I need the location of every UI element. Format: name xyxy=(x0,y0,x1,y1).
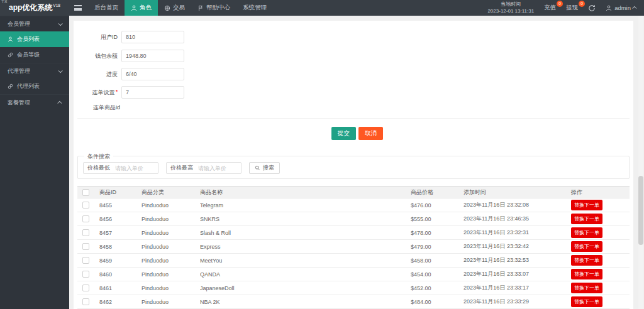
chevron-up-icon xyxy=(632,6,636,11)
row-checkbox[interactable] xyxy=(82,257,89,264)
user-icon xyxy=(606,5,612,11)
row-checkbox[interactable] xyxy=(82,243,89,250)
price-min-input[interactable] xyxy=(115,165,154,171)
price-max-group: 价格最高 xyxy=(166,162,242,174)
search-button[interactable]: 搜索 xyxy=(249,162,280,174)
table-cell-added: 2023年11月16日 23:32:53 xyxy=(464,254,571,268)
table-row: 8462PinduoduoNBA 2K$484.002023年11月16日 23… xyxy=(77,295,630,309)
nav-label: 角色 xyxy=(140,4,152,12)
submit-button[interactable]: 提交 xyxy=(331,127,356,140)
table-cell-price: $555.00 xyxy=(411,212,464,226)
sidebar-group-label: 会员管理 xyxy=(8,20,30,28)
table-cell-price: $458.00 xyxy=(411,254,464,268)
app-logo: app优化系统V18 xyxy=(0,3,69,13)
person-icon xyxy=(8,36,13,42)
hamburger-icon[interactable] xyxy=(74,5,82,11)
replace-next-order-button[interactable]: 替换下一单 xyxy=(571,227,602,238)
row-checkbox[interactable] xyxy=(82,298,89,305)
table-cell-name: JapaneseDoll xyxy=(200,281,411,295)
row-checkbox[interactable] xyxy=(82,271,89,278)
table-cell-added: 2023年11月16日 23:33:29 xyxy=(464,295,571,309)
table-cell-price: $484.00 xyxy=(411,295,464,309)
required-asterisk: * xyxy=(115,89,118,95)
sidebar-group-member[interactable]: 会员管理 xyxy=(0,16,69,31)
link-icon xyxy=(8,52,13,58)
table-body: 8455PinduoduoTelegram$476.002023年11月16日 … xyxy=(77,198,630,309)
admin-username: admin xyxy=(614,4,631,11)
combo-product-id-label: 连单商品id xyxy=(93,104,120,112)
table-cell-name: Express xyxy=(200,240,411,254)
combo-setting-field[interactable] xyxy=(121,86,184,99)
table-cell-category: Pinduoduo xyxy=(142,254,200,268)
table-cell-id: 8460 xyxy=(99,268,142,281)
nav-item-home[interactable]: 后台首页 xyxy=(88,0,125,16)
replace-next-order-button[interactable]: 替换下一单 xyxy=(571,255,602,266)
logo-version: V18 xyxy=(53,3,60,8)
refresh-icon[interactable] xyxy=(588,4,596,12)
nav-label: 系统管理 xyxy=(243,4,267,12)
sidebar-group-agent[interactable]: 代理管理 xyxy=(0,63,69,79)
nav-item-trade[interactable]: 交易 xyxy=(158,0,191,16)
search-row: 价格最低 价格最高 搜索 xyxy=(83,162,280,174)
search-panel: 条件搜索 价格最低 价格最高 搜索 xyxy=(77,156,630,179)
sidebar: 会员管理 会员列表 会员等级 代理管理 代理列表 套餐管理 xyxy=(0,16,69,309)
recharge-link[interactable]: 充值 0 xyxy=(544,4,556,12)
row-checkbox[interactable] xyxy=(82,202,89,209)
sidebar-item-agent-list[interactable]: 代理列表 xyxy=(0,79,69,94)
table-row: 8455PinduoduoTelegram$476.002023年11月16日 … xyxy=(77,198,630,212)
withdraw-label: 提现 xyxy=(566,4,578,11)
table-cell-price: $452.00 xyxy=(411,281,464,295)
table-cell-name: QANDA xyxy=(200,268,411,281)
user-id-field[interactable] xyxy=(121,31,184,43)
table-header-row: 商品ID 商品分类 商品名称 商品价格 添加时间 操作 xyxy=(77,187,630,198)
chevron-up-icon xyxy=(57,100,62,105)
wallet-balance-field[interactable] xyxy=(121,50,184,62)
replace-next-order-button[interactable]: 替换下一单 xyxy=(571,200,602,210)
withdraw-link[interactable]: 提现 0 xyxy=(566,4,578,12)
sidebar-item-member-level[interactable]: 会员等级 xyxy=(0,47,69,63)
col-header-added: 添加时间 xyxy=(464,187,571,198)
nav-item-help[interactable]: 帮助中心 xyxy=(191,0,236,16)
price-max-label: 价格最高 xyxy=(170,164,193,172)
form-row-wallet: 钱包余额 xyxy=(74,50,184,62)
table-cell-added: 2023年11月16日 23:33:17 xyxy=(464,281,571,295)
table-cell-price: $478.00 xyxy=(411,226,464,240)
search-panel-title: 条件搜索 xyxy=(84,153,113,161)
replace-next-order-button[interactable]: 替换下一单 xyxy=(571,241,602,252)
table-row: 8460PinduoduoQANDA$454.002023年11月16日 23:… xyxy=(77,268,630,281)
field-label: 钱包余额 xyxy=(74,52,118,60)
nav-label: 后台首页 xyxy=(94,4,118,12)
table-cell-category: Pinduoduo xyxy=(142,212,200,226)
products-table: 商品ID 商品分类 商品名称 商品价格 添加时间 操作 8455Pinduodu… xyxy=(77,186,630,309)
replace-next-order-button[interactable]: 替换下一单 xyxy=(571,269,602,279)
sidebar-group-package[interactable]: 套餐管理 xyxy=(0,94,69,110)
form-row-combo-setting: 连单设置* xyxy=(74,86,184,99)
replace-next-order-button[interactable]: 替换下一单 xyxy=(571,283,602,293)
row-checkbox[interactable] xyxy=(82,285,89,291)
local-time-value: 2023-12-01 13:11:31 xyxy=(487,8,534,14)
table-cell-id: 8462 xyxy=(99,295,142,309)
admin-menu[interactable]: admin xyxy=(606,4,636,11)
cancel-button[interactable]: 取消 xyxy=(358,127,383,140)
table-cell-name: Telegram xyxy=(200,198,411,212)
price-min-label: 价格最低 xyxy=(87,164,110,172)
progress-field[interactable] xyxy=(121,68,184,80)
row-checkbox[interactable] xyxy=(82,229,89,236)
recharge-label: 充值 xyxy=(544,4,556,11)
nav-item-role[interactable]: 角色 xyxy=(125,0,158,16)
row-checkbox[interactable] xyxy=(82,215,89,222)
select-all-checkbox[interactable] xyxy=(82,189,89,196)
main-card: 用户ID 钱包余额 进度 连单设置* 连单商品id 提交 取消 条件搜索 价格最… xyxy=(74,21,633,309)
table-cell-added: 2023年11月16日 23:32:08 xyxy=(464,198,571,212)
replace-next-order-button[interactable]: 替换下一单 xyxy=(571,296,602,307)
sidebar-item-member-list[interactable]: 会员列表 xyxy=(0,31,69,47)
local-time: 当地时间 2023-12-01 13:11:31 xyxy=(487,1,534,14)
col-header-action: 操作 xyxy=(571,187,630,198)
scrollbar-thumb[interactable] xyxy=(638,176,643,245)
table-cell-id: 8455 xyxy=(99,198,142,212)
col-header-product-id: 商品ID xyxy=(99,187,142,198)
price-max-input[interactable] xyxy=(198,165,237,171)
table-cell-id: 8461 xyxy=(99,281,142,295)
nav-item-system[interactable]: 系统管理 xyxy=(236,0,273,16)
replace-next-order-button[interactable]: 替换下一单 xyxy=(571,214,602,224)
